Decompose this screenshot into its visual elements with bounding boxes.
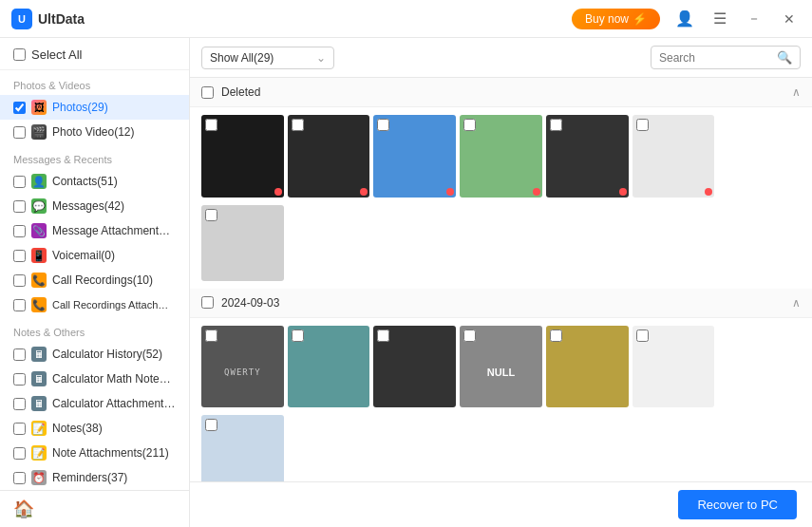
calc-history-checkbox[interactable] <box>13 348 26 361</box>
date-group-chevron[interactable]: ∧ <box>792 296 801 310</box>
call-attachments-icon: 📞 <box>31 297 47 312</box>
messages-icon: 💬 <box>31 198 47 214</box>
sidebar-item-calc-math[interactable]: 🖩 Calculator Math Notes(6) <box>0 367 189 391</box>
deleted-group-chevron[interactable]: ∧ <box>792 85 801 99</box>
sidebar-item-messages[interactable]: 💬 Messages(42) <box>0 194 189 218</box>
menu-icon[interactable]: ☰ <box>709 6 730 31</box>
close-button[interactable]: ✕ <box>778 9 801 28</box>
msg-attachments-checkbox[interactable] <box>13 225 26 237</box>
call-attachments-label: Call Recordings Attachment... <box>52 299 176 311</box>
select-all-checkbox[interactable] <box>13 48 26 61</box>
select-all-row: Select All <box>0 38 189 70</box>
call-recordings-checkbox[interactable] <box>13 274 26 287</box>
photo-cell[interactable] <box>288 326 370 408</box>
lightning-icon: ⚡ <box>633 12 647 26</box>
photo-checkbox[interactable] <box>377 329 389 342</box>
date-group-checkbox[interactable] <box>201 296 214 309</box>
content-area: Show All(29) ⌄ 🔍 Deleted ∧ <box>190 38 812 527</box>
notes-checkbox[interactable] <box>13 423 26 435</box>
select-all-label[interactable]: Select All <box>31 47 82 62</box>
sidebar-item-calc-attachments[interactable]: 🖩 Calculator Attachments(30) <box>0 391 189 416</box>
photo-checkbox[interactable] <box>463 329 476 342</box>
calc-attachments-icon: 🖩 <box>31 396 47 411</box>
photo-checkbox[interactable] <box>377 119 389 131</box>
sidebar-item-reminders[interactable]: ⏰ Reminders(37) <box>0 465 189 490</box>
photos-checkbox[interactable] <box>13 102 26 114</box>
photo-checkbox[interactable] <box>550 329 562 342</box>
contacts-icon: 👤 <box>31 174 47 189</box>
calc-attachments-checkbox[interactable] <box>13 398 26 410</box>
note-attachments-checkbox[interactable] <box>13 447 26 460</box>
photo-video-checkbox[interactable] <box>13 126 26 139</box>
show-all-dropdown[interactable]: Show All(29) ⌄ <box>201 47 334 69</box>
logo-icon: U <box>11 9 32 29</box>
photo-cell[interactable] <box>460 115 542 198</box>
photo-checkbox[interactable] <box>636 329 649 342</box>
sidebar-item-photo-video[interactable]: 🎬 Photo Video(12) <box>0 120 189 144</box>
photo-cell[interactable]: NULL <box>460 326 542 408</box>
sidebar-item-note-attachments[interactable]: 📝 Note Attachments(211) <box>0 441 189 465</box>
photo-badge <box>619 188 627 196</box>
call-recordings-icon: 📞 <box>31 273 47 288</box>
search-box: 🔍 <box>651 46 801 69</box>
search-input[interactable] <box>659 51 773 65</box>
dropdown-label: Show All(29) <box>210 51 274 65</box>
sidebar-item-contacts[interactable]: 👤 Contacts(51) <box>0 169 189 194</box>
sidebar-item-calc-history[interactable]: 🖩 Calculator History(52) <box>0 342 189 367</box>
group-header-deleted: Deleted ∧ <box>190 78 812 107</box>
photo-checkbox[interactable] <box>292 119 304 131</box>
photo-checkbox[interactable] <box>205 209 217 221</box>
photo-checkbox[interactable] <box>205 419 217 431</box>
photo-checkbox[interactable] <box>205 119 217 131</box>
home-icon[interactable]: 🏠 <box>13 499 34 519</box>
reminders-checkbox[interactable] <box>13 472 26 484</box>
photo-cell[interactable] <box>288 115 370 198</box>
user-icon[interactable]: 👤 <box>671 6 698 31</box>
recover-to-pc-button[interactable]: Recover to PC <box>678 490 797 519</box>
photo-cell[interactable] <box>633 115 715 198</box>
deleted-group-checkbox[interactable] <box>201 86 214 99</box>
call-attachments-checkbox[interactable] <box>13 299 26 311</box>
date-group-label: 2024-09-03 <box>221 296 279 310</box>
sidebar-item-call-recordings[interactable]: 📞 Call Recordings(10) <box>0 268 189 292</box>
call-recordings-label: Call Recordings(10) <box>52 273 153 287</box>
photo-cell[interactable] <box>373 326 456 408</box>
notes-label: Notes(38) <box>52 422 103 435</box>
photos-label: Photos(29) <box>52 101 108 114</box>
photo-cell[interactable] <box>546 115 629 198</box>
photo-checkbox[interactable] <box>463 119 476 131</box>
photo-cell[interactable] <box>546 326 629 408</box>
photo-checkbox[interactable] <box>292 329 304 342</box>
sidebar-item-call-attachments[interactable]: 📞 Call Recordings Attachment... <box>0 292 189 317</box>
reminders-icon: ⏰ <box>31 470 47 485</box>
photo-grid-deleted <box>190 107 812 205</box>
app-window: U UltData Buy now ⚡ 👤 ☰ － ✕ Select All P… <box>0 0 812 527</box>
sidebar-item-msg-attachments[interactable]: 📎 Message Attachments(16) <box>0 218 189 243</box>
photo-cell[interactable] <box>201 415 284 481</box>
photo-cell[interactable] <box>373 115 456 198</box>
sidebar: Select All Photos & Videos 🖼 Photos(29) … <box>0 38 190 527</box>
sidebar-item-photos[interactable]: 🖼 Photos(29) <box>0 95 189 120</box>
minimize-button[interactable]: － <box>742 9 766 29</box>
photo-cell[interactable]: QWERTY <box>201 326 284 408</box>
buy-now-button[interactable]: Buy now ⚡ <box>572 9 660 29</box>
photo-cell[interactable] <box>633 326 715 408</box>
bottom-bar: Recover to PC <box>190 481 812 527</box>
calc-math-checkbox[interactable] <box>13 373 26 386</box>
photo-cell[interactable] <box>201 115 284 198</box>
photo-checkbox[interactable] <box>636 119 649 131</box>
sidebar-item-voicemail[interactable]: 📱 Voicemail(0) <box>0 243 189 268</box>
calc-math-icon: 🖩 <box>31 371 47 386</box>
voicemail-icon: 📱 <box>31 248 47 263</box>
voicemail-label: Voicemail(0) <box>52 249 115 262</box>
photo-cell[interactable] <box>201 205 284 281</box>
notes-icon: 📝 <box>31 421 47 436</box>
photo-checkbox[interactable] <box>205 329 217 342</box>
photo-grid-last <box>190 415 812 481</box>
messages-checkbox[interactable] <box>13 200 26 213</box>
voicemail-checkbox[interactable] <box>13 250 26 262</box>
photo-checkbox[interactable] <box>550 119 562 131</box>
sidebar-item-notes[interactable]: 📝 Notes(38) <box>0 416 189 441</box>
contacts-checkbox[interactable] <box>13 176 26 188</box>
section-header-notes: Notes & Others <box>0 317 189 342</box>
